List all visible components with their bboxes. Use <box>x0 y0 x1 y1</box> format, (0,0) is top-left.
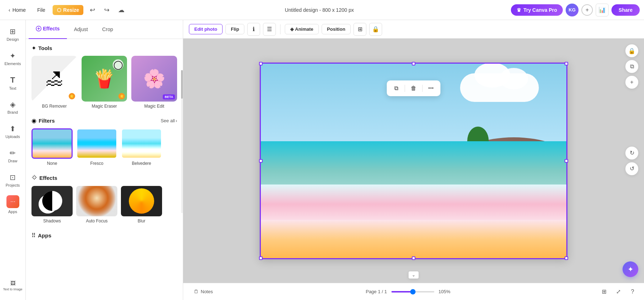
lock-button[interactable]: 🔒 <box>369 23 382 36</box>
tab-crop[interactable]: Crop <box>95 20 120 39</box>
effects-tabs: Effects Adjust Crop <box>26 20 183 39</box>
filter-belvedere-thumb <box>121 128 162 159</box>
effect-shadows[interactable]: Shadows <box>31 186 73 223</box>
refresh-button[interactable]: ↻ <box>625 147 638 159</box>
sidebar-item-label: Text to Image <box>3 287 22 291</box>
effects-panel: Effects Adjust Crop ✦ Tools <box>26 20 183 300</box>
effect-auto-focus[interactable]: Auto Focus <box>76 186 117 223</box>
float-delete-button[interactable]: 🗑 <box>408 83 419 94</box>
more-options-button[interactable]: ☰ <box>263 23 276 36</box>
filter-fresco[interactable]: Fresco <box>76 128 117 166</box>
tool-magic-edit[interactable]: 🌸 BETA Magic Edit <box>131 56 177 109</box>
filter-belvedere[interactable]: Belvedere <box>121 128 162 166</box>
sidebar-item-apps[interactable]: ⋯ Apps <box>1 193 24 216</box>
rotate-button[interactable]: ↺ <box>625 162 638 175</box>
plus-icon: + <box>585 7 589 13</box>
animate-button[interactable]: ◈ Animate <box>285 24 318 34</box>
tool-bg-remover[interactable]: 🏖 ⭐ BG Remover <box>31 56 77 109</box>
notes-button[interactable]: 🗒 Notes <box>189 287 218 296</box>
beach-sand <box>260 220 567 259</box>
copy-icon: ⧉ <box>394 85 398 92</box>
position-button[interactable]: Position <box>322 24 351 34</box>
home-button[interactable]: ‹ Home <box>4 5 30 15</box>
canvas-right-controls: ↻ ↺ <box>625 147 638 175</box>
analytics-button[interactable]: 📊 <box>596 4 609 16</box>
grid-button[interactable]: ⊞ <box>353 23 366 36</box>
effect-blur-thumb <box>121 186 162 216</box>
top-bar-icons: ↩ ↪ ☁ <box>86 4 128 16</box>
zoom-slider[interactable] <box>391 291 434 292</box>
sidebar-item-text[interactable]: T Text <box>1 72 24 94</box>
star-badge-eraser: ⭐ <box>118 93 125 99</box>
add-collaborator-button[interactable]: + <box>581 4 593 16</box>
canvas-workspace[interactable]: 🔒 ⧉ + ↻ ↺ <box>183 39 644 283</box>
cloud-save-button[interactable]: ☁ <box>115 4 128 16</box>
info-button[interactable]: ℹ <box>247 23 260 36</box>
try-pro-button[interactable]: ♛ Try Canva Pro <box>511 4 563 16</box>
tab-adjust[interactable]: Adjust <box>67 20 95 39</box>
edit-photo-button[interactable]: Edit photo <box>189 24 223 34</box>
sidebar-item-uploads[interactable]: ⬆ Uploads <box>1 120 24 143</box>
animate-icon: ◈ <box>290 26 294 32</box>
sidebar-item-design[interactable]: ⊞ Design <box>1 23 24 46</box>
bottom-center: Page 1 / 1 105% <box>366 289 450 294</box>
float-copy-button[interactable]: ⧉ <box>390 83 402 94</box>
duplicate-canvas-button[interactable]: ⧉ <box>625 60 638 73</box>
sidebar-item-text-to-image[interactable]: 🖼 Text to Image <box>1 274 24 297</box>
expand-button[interactable]: ⌄ <box>409 271 419 279</box>
filter-none[interactable]: None <box>31 128 73 166</box>
fullscreen-button[interactable]: ⤢ <box>613 286 624 297</box>
apps-dots-icon: ⠿ <box>31 232 36 239</box>
elements-icon: ✦ <box>10 51 16 60</box>
canvas-top-controls: 🔒 ⧉ + <box>625 44 638 89</box>
magic-assistant-button[interactable]: ✦ <box>623 261 638 277</box>
bottom-right: ⊞ ⤢ ? <box>598 286 638 297</box>
effects-grid: Shadows Auto Focus Blur <box>31 186 177 223</box>
sidebar-item-label: Draw <box>8 159 18 163</box>
info-icon: ℹ <box>253 26 255 33</box>
add-page-button[interactable]: + <box>625 76 638 89</box>
tools-section-header: ✦ Tools <box>31 45 177 51</box>
resize-button[interactable]: ⬡ Resize <box>53 5 83 15</box>
undo-button[interactable]: ↩ <box>86 4 99 16</box>
lock-canvas-button[interactable]: 🔒 <box>625 44 638 57</box>
filter-none-label: None <box>47 161 57 166</box>
sidebar-item-projects[interactable]: ⊡ Projects <box>1 169 24 192</box>
filter-none-thumb <box>31 128 73 159</box>
share-button[interactable]: Share <box>611 4 640 16</box>
tool-magic-eraser[interactable]: 🍟 ◯ ⭐ Magic Eraser <box>82 56 127 109</box>
main-body: ⊞ Design ✦ Elements T Text ◈ Brand ⬆ Upl… <box>0 20 644 300</box>
beach-shallow-water <box>260 185 567 224</box>
flip-button[interactable]: Flip <box>225 24 244 34</box>
sidebar-item-elements[interactable]: ✦ Elements <box>1 47 24 70</box>
effect-shadows-label: Shadows <box>43 218 61 223</box>
file-button[interactable]: File <box>33 5 50 15</box>
zoom-percentage: 105% <box>439 289 450 294</box>
sidebar-item-brand[interactable]: ◈ Brand <box>1 96 24 119</box>
tab-effects[interactable]: Effects <box>29 20 67 39</box>
add-page-icon: + <box>630 79 633 85</box>
effect-blur[interactable]: Blur <box>121 186 162 223</box>
design-icon: ⊞ <box>10 27 16 36</box>
tab-effects-label: Effects <box>36 27 60 33</box>
design-canvas[interactable]: ⧉ 🗑 ••• <box>260 63 567 259</box>
menu-lines-icon: ☰ <box>267 26 272 33</box>
redo-button[interactable]: ↪ <box>101 4 113 16</box>
panel-scrollbar-thumb <box>181 70 183 99</box>
sidebar-item-label: Projects <box>6 183 20 187</box>
duplicate-icon: ⧉ <box>630 63 634 70</box>
draw-icon: ✏ <box>10 149 16 157</box>
file-label: File <box>37 7 45 13</box>
avatar[interactable]: KG <box>566 4 579 16</box>
grid-view-button[interactable]: ⊞ <box>598 286 610 297</box>
sidebar-item-draw[interactable]: ✏ Draw <box>1 144 24 167</box>
design-title: Untitled design - 800 x 1200 px <box>285 7 354 13</box>
toolbar-divider <box>280 24 280 34</box>
expand-controls: ⌄ <box>409 271 419 279</box>
magic-eraser-label: Magic Eraser <box>92 104 117 109</box>
help-button[interactable]: ? <box>627 286 638 297</box>
float-more-button[interactable]: ••• <box>425 83 437 94</box>
see-all-button[interactable]: See all › <box>161 118 177 123</box>
sidebar-item-label: Text <box>9 86 16 90</box>
help-icon: ? <box>631 289 634 295</box>
